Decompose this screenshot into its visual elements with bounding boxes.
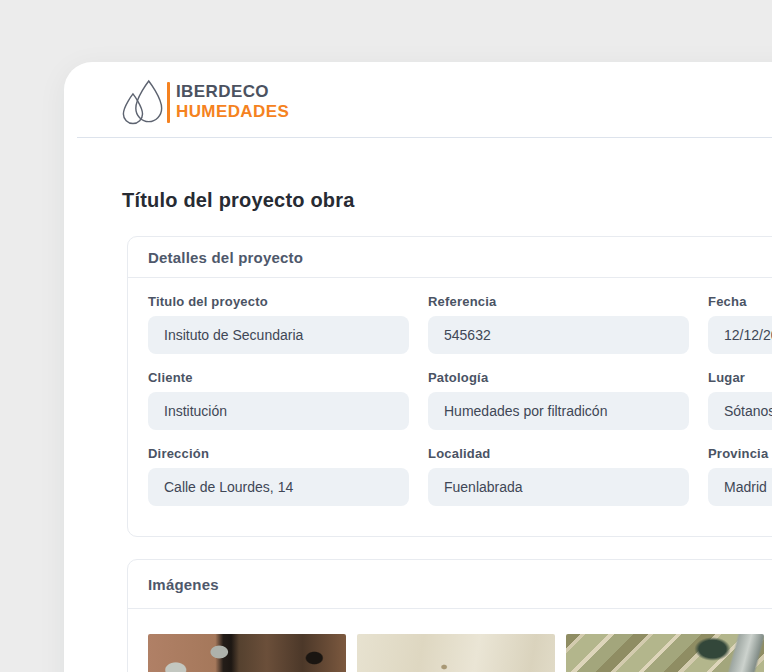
- field-referencia: Referencia: [428, 294, 689, 354]
- field-label: Provincia: [708, 446, 772, 461]
- field-label: Dirección: [148, 446, 409, 461]
- details-card-body: Titulo del proyecto Referencia Fecha Cli…: [128, 278, 772, 536]
- header: IBERDECO HUMEDADES: [64, 62, 772, 138]
- details-card-title: Detalles del proyecto: [128, 237, 772, 278]
- field-label: Fecha: [708, 294, 772, 309]
- field-fecha: Fecha: [708, 294, 772, 354]
- localidad-input[interactable]: [428, 468, 689, 506]
- field-cliente: Cliente: [148, 370, 409, 430]
- project-image-thumbnail[interactable]: [566, 634, 764, 672]
- logo: IBERDECO HUMEDADES: [64, 62, 772, 126]
- app-page: IBERDECO HUMEDADES Título del proyecto o…: [64, 62, 772, 672]
- field-direccion: Dirección: [148, 446, 409, 506]
- project-image-thumbnail[interactable]: [357, 634, 555, 672]
- viewport: IBERDECO HUMEDADES Título del proyecto o…: [0, 0, 772, 672]
- logo-line-2: HUMEDADES: [176, 102, 289, 122]
- field-provincia: Provincia: [708, 446, 772, 506]
- images-card-title: Imágenes: [128, 560, 772, 609]
- direccion-input[interactable]: [148, 468, 409, 506]
- logo-line-1: IBERDECO: [176, 82, 289, 102]
- provincia-input[interactable]: [708, 468, 772, 506]
- water-drops-logo-icon: [121, 78, 165, 126]
- project-image-thumbnail[interactable]: [148, 634, 346, 672]
- images-card: Imágenes: [127, 559, 772, 672]
- page-title: Título del proyecto obra: [122, 189, 772, 212]
- field-patologia: Patología: [428, 370, 689, 430]
- field-label: Cliente: [148, 370, 409, 385]
- details-fields-grid: Titulo del proyecto Referencia Fecha Cli…: [148, 294, 772, 506]
- field-lugar: Lugar: [708, 370, 772, 430]
- titulo-del-proyecto-input[interactable]: [148, 316, 409, 354]
- field-label: Lugar: [708, 370, 772, 385]
- referencia-input[interactable]: [428, 316, 689, 354]
- project-details-card: Detalles del proyecto Titulo del proyect…: [127, 236, 772, 537]
- patologia-input[interactable]: [428, 392, 689, 430]
- field-titulo-del-proyecto: Titulo del proyecto: [148, 294, 409, 354]
- images-card-body: [128, 609, 772, 672]
- logo-text: IBERDECO HUMEDADES: [176, 82, 289, 122]
- field-label: Localidad: [428, 446, 689, 461]
- field-localidad: Localidad: [428, 446, 689, 506]
- logo-divider-bar: [167, 82, 170, 123]
- fecha-input[interactable]: [708, 316, 772, 354]
- field-label: Referencia: [428, 294, 689, 309]
- cliente-input[interactable]: [148, 392, 409, 430]
- field-label: Titulo del proyecto: [148, 294, 409, 309]
- lugar-input[interactable]: [708, 392, 772, 430]
- field-label: Patología: [428, 370, 689, 385]
